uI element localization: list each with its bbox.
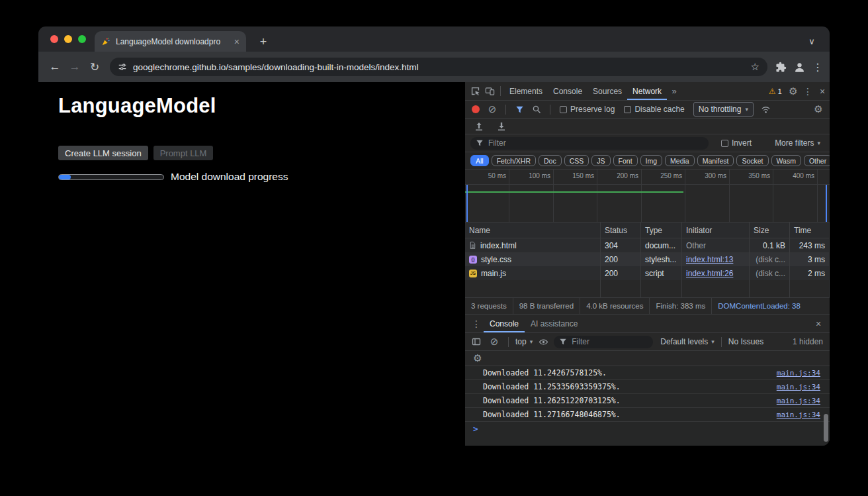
console-prompt[interactable]: >	[465, 422, 830, 435]
initiator-link[interactable]: index.html:13	[686, 255, 733, 264]
column-header-name[interactable]: Name	[465, 223, 601, 238]
reload-button[interactable]: ↻	[85, 57, 105, 77]
search-icon[interactable]	[529, 103, 544, 116]
console-message: Downloaded 11.25335693359375%. main.js:3…	[465, 380, 830, 394]
device-toolbar-icon[interactable]	[482, 85, 497, 98]
tab-sources[interactable]: Sources	[587, 82, 627, 100]
tab-close-icon[interactable]: ×	[234, 37, 239, 46]
chip-fetch-xhr[interactable]: Fetch/XHR	[492, 155, 536, 166]
site-info-icon[interactable]	[118, 62, 127, 72]
extensions-icon[interactable]	[775, 62, 787, 73]
message-source-link[interactable]: main.js:34	[777, 411, 820, 419]
drawer-menu-icon[interactable]: ⋮	[469, 317, 484, 330]
preserve-log-checkbox[interactable]: Preserve log	[560, 105, 615, 114]
live-expression-eye-icon[interactable]	[536, 335, 550, 348]
address-bar[interactable]: googlechrome.github.io/samples/downloadi…	[110, 58, 767, 76]
minimize-window-button[interactable]	[64, 35, 72, 43]
chip-wasm[interactable]: Wasm	[771, 155, 801, 166]
network-overview-timeline[interactable]: 50 ms 100 ms 150 ms 200 ms 250 ms 300 ms…	[465, 170, 830, 223]
message-source-link[interactable]: main.js:34	[777, 383, 820, 391]
tab-elements[interactable]: Elements	[504, 82, 548, 100]
disable-cache-label: Disable cache	[634, 105, 684, 114]
inspect-element-icon[interactable]	[468, 85, 482, 98]
more-panels-icon[interactable]: »	[667, 85, 681, 98]
console-sidebar-icon[interactable]	[469, 335, 484, 348]
model-progress-fill	[59, 175, 71, 179]
clear-network-log-icon[interactable]: ⊘	[485, 103, 499, 116]
chip-all[interactable]: All	[470, 155, 489, 166]
page-title: LanguageModel	[58, 94, 216, 118]
tab-search-chevron-icon[interactable]: ∨	[803, 32, 820, 50]
log-levels-dropdown[interactable]: Default levels ▾	[660, 337, 715, 346]
issues-link[interactable]: No Issues	[728, 337, 763, 346]
timeline-label: 250 ms	[642, 172, 682, 179]
summary-finish: Finish: 383 ms	[649, 298, 711, 314]
network-filter-box[interactable]	[470, 137, 709, 150]
column-header-time[interactable]: Time	[790, 223, 830, 238]
chip-font[interactable]: Font	[613, 155, 638, 166]
message-source-link[interactable]: main.js:34	[777, 397, 820, 405]
chip-media[interactable]: Media	[665, 155, 695, 166]
column-header-status[interactable]: Status	[601, 223, 641, 238]
message-source-link[interactable]: main.js:34	[777, 369, 820, 377]
checkbox-icon	[624, 106, 631, 113]
console-settings-gear-icon[interactable]: ⚙	[470, 352, 485, 365]
forward-button[interactable]: →	[65, 57, 85, 77]
record-network-log-icon[interactable]	[472, 105, 480, 113]
chip-css[interactable]: CSS	[564, 155, 589, 166]
devtools-close-icon[interactable]: ×	[815, 85, 830, 98]
chip-manifest[interactable]: Manifest	[697, 155, 734, 166]
create-llm-session-button[interactable]: Create LLM session	[58, 146, 148, 160]
export-har-icon[interactable]	[494, 120, 509, 133]
initiator-link[interactable]: index.html:26	[686, 269, 733, 278]
drawer-tab-console[interactable]: Console	[484, 315, 525, 332]
import-har-icon[interactable]	[472, 120, 486, 133]
network-conditions-icon[interactable]	[759, 103, 773, 116]
invert-checkbox[interactable]: Invert	[721, 138, 752, 148]
column-header-type[interactable]: Type	[641, 223, 682, 238]
network-settings-gear-icon[interactable]: ⚙	[811, 103, 826, 116]
preserve-log-label: Preserve log	[570, 105, 615, 114]
zoom-window-button[interactable]	[78, 35, 86, 43]
chip-js[interactable]: JS	[591, 155, 610, 166]
clear-console-icon[interactable]: ⊘	[487, 335, 501, 348]
profile-avatar-icon[interactable]	[793, 61, 806, 74]
filter-toggle-icon[interactable]	[512, 103, 527, 116]
browser-tab[interactable]: LanguageModel downloadpro ×	[95, 31, 246, 52]
network-filter-input[interactable]	[488, 138, 703, 148]
scrollbar-thumb[interactable]	[824, 414, 828, 442]
javascript-context-select[interactable]: top ▾	[515, 337, 533, 346]
column-header-size[interactable]: Size	[750, 223, 790, 238]
disable-cache-checkbox[interactable]: Disable cache	[624, 105, 684, 114]
chip-img[interactable]: Img	[640, 155, 663, 166]
console-messages: Downloaded 11.24267578125%. main.js:34 D…	[465, 366, 830, 422]
console-filter-box[interactable]	[554, 336, 653, 348]
tab-console[interactable]: Console	[548, 82, 587, 100]
new-tab-button[interactable]: +	[254, 32, 273, 51]
console-filter-input[interactable]	[572, 337, 648, 346]
more-filters-dropdown[interactable]: More filters ▾	[775, 138, 820, 148]
browser-menu-icon[interactable]: ⋮	[812, 61, 823, 74]
close-window-button[interactable]	[50, 35, 58, 43]
column-header-initiator[interactable]: Initiator	[682, 223, 750, 238]
bookmark-star-icon[interactable]: ☆	[751, 61, 760, 73]
drawer-tab-ai-assistance[interactable]: AI assistance	[525, 315, 584, 332]
tab-network[interactable]: Network	[627, 82, 667, 100]
status-cell: 304	[601, 238, 641, 252]
chip-doc[interactable]: Doc	[539, 155, 562, 166]
funnel-icon	[559, 338, 567, 346]
chip-socket[interactable]: Socket	[736, 155, 768, 166]
back-button[interactable]: ←	[45, 57, 65, 77]
devtools-menu-icon[interactable]: ⋮	[801, 85, 815, 98]
chip-other[interactable]: Other	[804, 155, 830, 166]
window-controls	[50, 35, 86, 43]
devtools-settings-gear-icon[interactable]: ⚙	[786, 85, 801, 98]
throttling-select[interactable]: No throttling ▾	[693, 102, 754, 117]
issues-warning-badge[interactable]: ⚠ 1	[769, 87, 782, 96]
tab-strip: LanguageModel downloadpro × + ∨	[38, 26, 830, 52]
drawer-close-icon[interactable]: ×	[811, 317, 826, 330]
hidden-messages-count[interactable]: 1 hidden	[793, 337, 823, 346]
forward-icon: →	[69, 60, 81, 74]
time-cell: 2 ms	[790, 266, 830, 280]
prompt-llm-button[interactable]: Prompt LLM	[153, 146, 214, 160]
